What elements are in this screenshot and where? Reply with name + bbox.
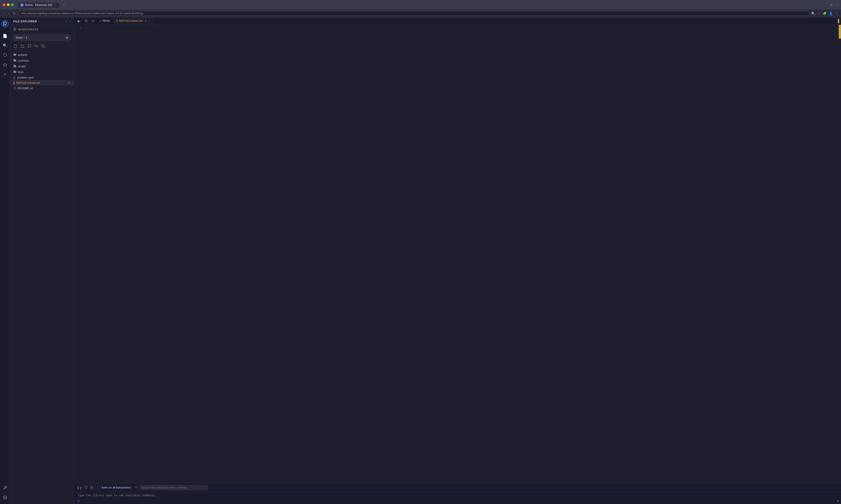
extensions-icon2[interactable]: 🧩 bbox=[823, 12, 827, 15]
zoom-icon[interactable]: 🔍 bbox=[811, 12, 815, 15]
workspace-select[interactable]: Basic - 1 ⊕ bbox=[13, 34, 71, 41]
profile-icon[interactable]: 👤 bbox=[829, 12, 833, 15]
deploy-nav-icon bbox=[3, 62, 7, 67]
file-name: README.txt bbox=[17, 87, 71, 90]
refresh-button[interactable]: ↻ bbox=[12, 11, 17, 16]
address-bar[interactable]: remix.ethereum.org/#lang=en&optimize=fal… bbox=[18, 11, 809, 16]
terminal-input[interactable] bbox=[81, 500, 837, 503]
workspaces-label: WORKSPACES bbox=[18, 28, 38, 31]
file-item-artifacts[interactable]: artifacts bbox=[10, 52, 74, 58]
line-numbers: 1 bbox=[74, 25, 83, 483]
menu-icon[interactable]: ⋯ bbox=[835, 3, 838, 6]
svg-point-0 bbox=[2, 20, 8, 27]
file-item-readme[interactable]: README.txt bbox=[10, 85, 74, 91]
browser-chrome: Remix - Ethereum IDE × + ⚙ ⋯ ‹ › ↻ remix… bbox=[0, 0, 841, 17]
new-file-icon[interactable] bbox=[13, 44, 18, 49]
compiler-nav-icon bbox=[3, 53, 7, 57]
forward-button[interactable]: › bbox=[7, 11, 11, 16]
terminal-console-output: Type the library name to see available c… bbox=[74, 492, 841, 499]
svg-point-15 bbox=[135, 486, 137, 488]
tab-close-button[interactable]: × bbox=[54, 3, 57, 6]
terminal-area: ❯❯ 0 listen on all transactions bbox=[74, 483, 841, 504]
svg-marker-2 bbox=[3, 63, 6, 67]
file-item-contracts[interactable]: contracts bbox=[10, 58, 74, 64]
terminal-scroll-indicator bbox=[837, 500, 839, 502]
traffic-lights bbox=[3, 3, 14, 6]
scrollbar-thumb[interactable] bbox=[839, 25, 841, 39]
sol-tab-icon: § bbox=[116, 19, 118, 22]
hamburger-icon: ☰ bbox=[13, 28, 16, 31]
browser-toolbar: ⚙ ⋯ bbox=[830, 3, 838, 6]
tab-myfirstcontract[interactable]: § MyFirstContract.sol 2 × bbox=[114, 17, 154, 25]
close-traffic-light[interactable] bbox=[3, 3, 5, 6]
maximize-traffic-light[interactable] bbox=[11, 3, 14, 6]
file-item-tests[interactable]: tests bbox=[10, 69, 74, 75]
file-explorer-nav-icon: 📄 bbox=[3, 34, 7, 38]
debug-nav-icon bbox=[3, 72, 7, 76]
terminal-prompt-row[interactable]: > bbox=[74, 499, 841, 504]
editor-tabs: ▶ ⌂ Home bbox=[74, 17, 841, 25]
editor-tilde: ~ bbox=[86, 27, 87, 30]
tab-unsaved-count: 2 bbox=[145, 19, 146, 22]
svg-line-8 bbox=[87, 21, 87, 22]
icon-sidebar: 📄 🔍 bbox=[0, 17, 10, 504]
terminal-chevron-icon[interactable]: ❯❯ bbox=[77, 486, 82, 489]
sidebar-icon-settings[interactable] bbox=[1, 493, 9, 502]
tab-home[interactable]: ⌂ Home bbox=[97, 17, 113, 25]
unsaved-badge: 2 bbox=[67, 82, 71, 84]
file-name: .prettierrc.json bbox=[17, 76, 71, 79]
terminal-clock-icon bbox=[84, 486, 87, 490]
browser-tab[interactable]: Remix - Ethereum IDE × bbox=[17, 2, 60, 8]
editor-content[interactable]: ~ bbox=[83, 25, 839, 483]
zoom-out-button[interactable] bbox=[90, 18, 96, 24]
file-item-scripts[interactable]: scripts bbox=[10, 64, 74, 69]
back-button[interactable]: ‹ bbox=[3, 11, 6, 16]
file-name: contracts bbox=[18, 59, 71, 62]
file-name: artifacts bbox=[18, 53, 71, 57]
sidebar-icon-file-explorer[interactable]: 📄 bbox=[1, 32, 9, 40]
file-name: tests bbox=[18, 71, 71, 74]
svg-rect-6 bbox=[42, 46, 45, 48]
sidebar-icon-search[interactable]: 🔍 bbox=[1, 41, 9, 50]
editor-main: 1 ~ bbox=[74, 25, 841, 483]
bookmark-icon[interactable]: ☆ bbox=[818, 12, 820, 15]
terminal-count-badge: 0 bbox=[90, 486, 94, 490]
minimize-traffic-light[interactable] bbox=[7, 3, 10, 6]
tab-sol-label: MyFirstContract.sol bbox=[119, 19, 143, 22]
folder-icon bbox=[13, 53, 16, 57]
tab-close-button[interactable]: × bbox=[148, 19, 151, 22]
run-button[interactable]: ▶ bbox=[76, 18, 82, 25]
new-folder-icon[interactable] bbox=[20, 44, 25, 49]
tab-bar: Remix - Ethereum IDE × + bbox=[17, 2, 828, 8]
terminal-search-input[interactable] bbox=[139, 485, 208, 490]
zoom-in-button[interactable] bbox=[83, 18, 89, 24]
editor-scrollbar[interactable] bbox=[839, 25, 841, 483]
sidebar-icon-deploy[interactable] bbox=[1, 60, 9, 69]
expand-icon[interactable]: › bbox=[69, 20, 71, 23]
extensions-icon[interactable]: ⚙ bbox=[830, 3, 833, 6]
sidebar-icon-debug[interactable] bbox=[1, 70, 9, 78]
new-tab-button[interactable]: + bbox=[61, 2, 67, 8]
file-explorer-panel: FILE EXPLORER ✓ › ☰ WORKSPACES Basic - 1… bbox=[10, 17, 74, 504]
sidebar-icon-plugins[interactable] bbox=[1, 484, 9, 492]
file-item-prettierrc[interactable]: {} .prettierrc.json bbox=[10, 75, 74, 80]
github-icon[interactable] bbox=[27, 44, 32, 49]
file-name: scripts bbox=[18, 65, 71, 68]
upload-icon[interactable] bbox=[34, 44, 38, 49]
svg-point-3 bbox=[4, 74, 5, 75]
main-area: ▶ ⌂ Home bbox=[74, 17, 841, 504]
workspaces-header[interactable]: ☰ WORKSPACES bbox=[10, 26, 74, 33]
file-toolbar bbox=[10, 42, 74, 51]
svg-point-4 bbox=[4, 497, 5, 498]
folder-icon bbox=[13, 59, 16, 62]
more-icon[interactable]: ⋮ bbox=[835, 12, 838, 15]
file-item-myfirstcontract[interactable]: § MyFirstContract.sol 2 bbox=[10, 80, 74, 85]
app-container: 📄 🔍 bbox=[0, 17, 841, 504]
clone-icon[interactable] bbox=[41, 44, 45, 49]
address-bar-row: ‹ › ↻ remix.ethereum.org/#lang=en&optimi… bbox=[0, 10, 841, 17]
check-icon[interactable]: ✓ bbox=[65, 20, 68, 23]
terminal-search-icon bbox=[135, 486, 138, 489]
sidebar-icon-compiler[interactable] bbox=[1, 51, 9, 59]
remix-logo bbox=[1, 20, 9, 28]
listen-checkbox[interactable] bbox=[97, 486, 100, 489]
